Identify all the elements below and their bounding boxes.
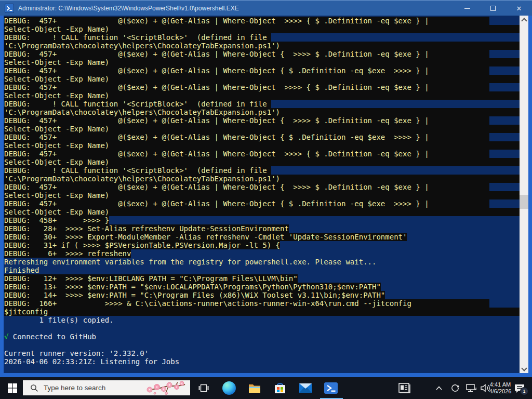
file-explorer-button[interactable] [242, 377, 267, 399]
microsoft-store-button[interactable] [268, 377, 292, 399]
console-line: DEBUG: 13+ >>>> $env:PATH = "$env:LOCALA… [4, 283, 520, 291]
minimize-icon [464, 8, 470, 9]
powershell-window: Administrator: C:\Windows\System32\Windo… [0, 0, 532, 377]
scroll-up-button[interactable] [520, 16, 528, 24]
console-output[interactable]: DEBUG: 457+ @($exe) + @(Get-Alias | Wher… [4, 16, 520, 373]
console-line: 2026-04-06 02:33:21Z: Listening for Jobs [4, 357, 520, 366]
console-line: Select-Object -Exp Name) [4, 208, 520, 216]
cherry-blossom-decoration [136, 379, 186, 397]
minimize-button[interactable] [454, 1, 480, 16]
maximize-icon [490, 6, 496, 11]
start-button[interactable] [0, 377, 25, 399]
task-view-button[interactable] [191, 377, 216, 399]
vertical-scrollbar[interactable] [520, 16, 528, 373]
console-line: DEBUG: 457+ @($exe) + @(Get-Alias | Wher… [4, 150, 520, 158]
console-line: DEBUG: 457+ @($exe) + @(Get-Alias | Wher… [4, 17, 520, 25]
console-line: DEBUG: 14+ >>>> $env:PATH = "C:\Program … [4, 291, 520, 299]
console-line: DEBUG: 458+ >>>> } [4, 216, 520, 224]
console-line: Select-Object -Exp Name) [4, 191, 520, 200]
console-line: DEBUG: 31+ if ( >>>> $PSVersionTable.PSV… [4, 241, 520, 249]
search-input[interactable]: Type here to search [23, 380, 190, 395]
powershell-icon [5, 4, 14, 13]
console-line: DEBUG: 457+ @($exe) + @(Get-Alias | Wher… [4, 66, 520, 75]
chevron-up-icon [435, 385, 443, 391]
edge-browser-button[interactable] [217, 377, 242, 399]
taskbar: Type here to search [0, 377, 532, 399]
console-line: Select-Object -Exp Name) [4, 75, 520, 83]
maximize-button[interactable] [480, 1, 506, 16]
notification-badge: 1 [520, 387, 528, 395]
console-line: Select-Object -Exp Name) [4, 91, 520, 100]
console-line: Select-Object -Exp Name) [4, 58, 520, 66]
chevron-down-icon [521, 365, 527, 371]
chevron-up-icon [521, 18, 527, 23]
console-line: DEBUG: 12+ >>>> $env:LIBCLANG_PATH = "C:… [4, 274, 520, 283]
windows-logo-icon [7, 383, 18, 393]
mail-icon [299, 382, 312, 394]
scroll-down-button[interactable] [520, 365, 528, 373]
console-line: DEBUG: 457+ @($exe) + @(Get-Alias | Wher… [4, 83, 520, 91]
close-button[interactable]: ✕ [506, 1, 532, 16]
console-line: DEBUG: ! CALL function '<ScriptBlock>' (… [4, 166, 520, 175]
search-icon [30, 384, 38, 392]
console-line: 'C:\ProgramData\chocolatey\helpers\Choco… [4, 175, 520, 183]
console-line: √ Connected to GitHub [4, 332, 520, 341]
console-line: 1 file(s) copied. [4, 316, 520, 324]
console-line: Select-Object -Exp Name) [4, 158, 520, 166]
console-line: Select-Object -Exp Name) [4, 141, 520, 150]
task-view-icon [198, 383, 209, 393]
console-line: Finished [4, 266, 520, 274]
tray-sync-button[interactable] [448, 377, 462, 399]
console-line: 'C:\ProgramData\chocolatey\helpers\Choco… [4, 42, 520, 50]
file-explorer-icon [248, 381, 261, 395]
console-line: Select-Object -Exp Name) [4, 25, 520, 33]
edge-icon [222, 381, 236, 395]
close-icon: ✕ [516, 5, 522, 12]
console-line: DEBUG: 457+ @($exe) + @(Get-Alias | Wher… [4, 116, 520, 125]
mail-button[interactable] [293, 377, 318, 399]
console-line: Refreshing environment variables from th… [4, 258, 520, 266]
powershell-taskbar-button[interactable] [318, 377, 343, 399]
tray-expand-button[interactable] [432, 377, 446, 399]
console-line: DEBUG: 457+ @($exe) + @(Get-Alias | Wher… [4, 183, 520, 191]
title-bar[interactable]: Administrator: C:\Windows\System32\Windo… [0, 0, 532, 16]
console-line: DEBUG: 166+ >>>> & C:\ci\actions-runner\… [4, 299, 520, 308]
console-line [4, 324, 520, 332]
console-line [4, 341, 520, 349]
console-area: DEBUG: 457+ @($exe) + @(Get-Alias | Wher… [0, 16, 532, 377]
console-line: Current runner version: '2.332.0' [4, 349, 520, 357]
network-icon [466, 383, 477, 393]
console-line: Select-Object -Exp Name) [4, 125, 520, 133]
console-line: DEBUG: ! CALL function '<ScriptBlock>' (… [4, 100, 520, 108]
window-title: Administrator: C:\Windows\System32\Windo… [18, 5, 239, 12]
console-line: DEBUG: 28+ >>>> Set-Alias refreshenv Upd… [4, 224, 520, 233]
console-line: DEBUG: 457+ @($exe) + @(Get-Alias | Wher… [4, 50, 520, 58]
console-line: DEBUG: 457+ @($exe) + @(Get-Alias | Wher… [4, 200, 520, 208]
network-button[interactable] [463, 377, 479, 399]
console-line: DEBUG: 6+ >>>> refreshenv [4, 249, 520, 258]
console-line: DEBUG: 30+ >>>> Export-ModuleMember -Ali… [4, 233, 520, 241]
scrollbar-thumb[interactable] [520, 195, 528, 209]
console-line: DEBUG: ! CALL function '<ScriptBlock>' (… [4, 33, 520, 42]
microsoft-store-icon [273, 381, 287, 395]
news-widget-icon [398, 382, 411, 394]
console-line: DEBUG: 457+ @($exe) + @(Get-Alias | Wher… [4, 133, 520, 141]
widgets-button[interactable] [393, 377, 417, 399]
action-center-button[interactable]: 1 [509, 377, 530, 399]
sync-status-icon [450, 383, 460, 393]
console-line: $jitconfig [4, 308, 520, 316]
console-line: 'C:\ProgramData\chocolatey\helpers\Choco… [4, 108, 520, 116]
powershell-taskbar-icon [324, 381, 338, 395]
